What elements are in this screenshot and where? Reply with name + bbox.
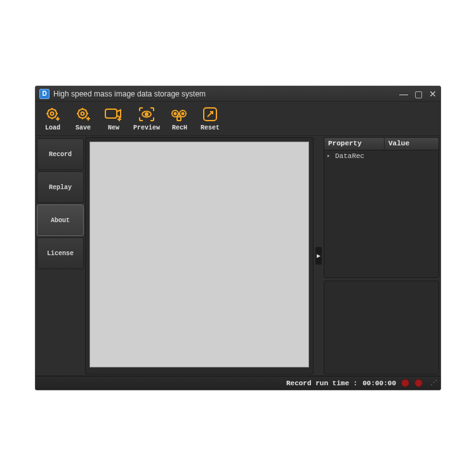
app-window: D High speed mass image data storage sys… bbox=[35, 86, 441, 390]
gear-down-icon bbox=[43, 105, 62, 123]
property-name: DataRec bbox=[335, 152, 364, 160]
sidebar-replay-label: Replay bbox=[49, 184, 72, 191]
property-panel: Property Value ▸ DataRec bbox=[324, 137, 439, 278]
canvas-panel bbox=[85, 137, 314, 374]
svg-point-1 bbox=[51, 112, 54, 116]
record-indicator-1 bbox=[401, 379, 409, 387]
sidebar-item-replay[interactable]: Replay bbox=[37, 171, 84, 203]
svg-point-6 bbox=[145, 113, 148, 116]
expand-icon: ▸ bbox=[327, 152, 333, 160]
sidebar-item-record[interactable]: Record bbox=[37, 138, 84, 170]
property-header-property: Property bbox=[324, 138, 385, 150]
sidebar-record-label: Record bbox=[49, 151, 72, 158]
main-body: Record Replay About License ▶ Property V… bbox=[36, 136, 440, 376]
preview-label: Preview bbox=[133, 124, 160, 131]
eye-focus-icon bbox=[137, 105, 156, 123]
window-title: High speed mass image data storage syste… bbox=[53, 89, 399, 98]
new-label: New bbox=[108, 124, 119, 131]
sidebar: Record Replay About License bbox=[37, 137, 84, 374]
maximize-button[interactable]: ▢ bbox=[414, 89, 423, 98]
load-label: Load bbox=[45, 124, 60, 131]
sidebar-about-label: About bbox=[51, 217, 70, 224]
record-indicator-2 bbox=[414, 379, 423, 387]
minimize-button[interactable]: — bbox=[399, 89, 408, 98]
splitter-handle[interactable]: ▶ bbox=[315, 247, 322, 265]
statusbar: Record run time : 00:00:00 ⋰ bbox=[36, 376, 440, 390]
secondary-panel bbox=[324, 281, 439, 374]
save-button[interactable]: Save bbox=[72, 105, 94, 131]
svg-point-10 bbox=[182, 113, 184, 115]
splitter: ▶ bbox=[315, 137, 322, 374]
toolbar: Load Save New Preview RecH bbox=[36, 102, 440, 136]
sidebar-item-about[interactable]: About bbox=[37, 204, 84, 236]
preview-button[interactable]: Preview bbox=[133, 105, 160, 131]
save-label: Save bbox=[76, 124, 91, 131]
runtime-label: Record run time : bbox=[286, 380, 357, 387]
reset-label: Reset bbox=[201, 124, 220, 131]
svg-rect-11 bbox=[177, 117, 181, 121]
svg-rect-4 bbox=[105, 109, 117, 118]
reset-button[interactable]: Reset bbox=[199, 105, 221, 131]
gear-plus-icon bbox=[74, 105, 93, 123]
svg-point-9 bbox=[175, 113, 176, 115]
right-panel: Property Value ▸ DataRec bbox=[324, 137, 439, 374]
property-header: Property Value bbox=[324, 138, 439, 150]
sidebar-item-license[interactable]: License bbox=[37, 237, 84, 269]
property-header-value: Value bbox=[385, 138, 439, 150]
rech-button[interactable]: RecH bbox=[169, 105, 190, 131]
app-logo-icon: D bbox=[39, 89, 50, 99]
record-lock-icon bbox=[170, 105, 189, 123]
resize-grip-icon[interactable]: ⋰ bbox=[430, 379, 435, 387]
new-button[interactable]: New bbox=[103, 105, 124, 131]
camera-plus-icon bbox=[104, 105, 123, 123]
titlebar: D High speed mass image data storage sys… bbox=[36, 86, 440, 102]
svg-point-3 bbox=[81, 112, 84, 116]
chevron-right-icon: ▶ bbox=[317, 252, 321, 260]
runtime-value: 00:00:00 bbox=[362, 380, 396, 387]
close-button[interactable]: ✕ bbox=[429, 89, 437, 98]
center-area: ▶ Property Value ▸ DataRec bbox=[85, 137, 439, 374]
window-controls: — ▢ ✕ bbox=[399, 89, 437, 98]
reset-arrow-icon bbox=[201, 105, 220, 123]
rech-label: RecH bbox=[172, 124, 187, 131]
preview-canvas[interactable] bbox=[89, 142, 309, 367]
load-button[interactable]: Load bbox=[42, 105, 63, 131]
property-row-datarec[interactable]: ▸ DataRec bbox=[324, 150, 439, 162]
sidebar-license-label: License bbox=[47, 250, 74, 257]
